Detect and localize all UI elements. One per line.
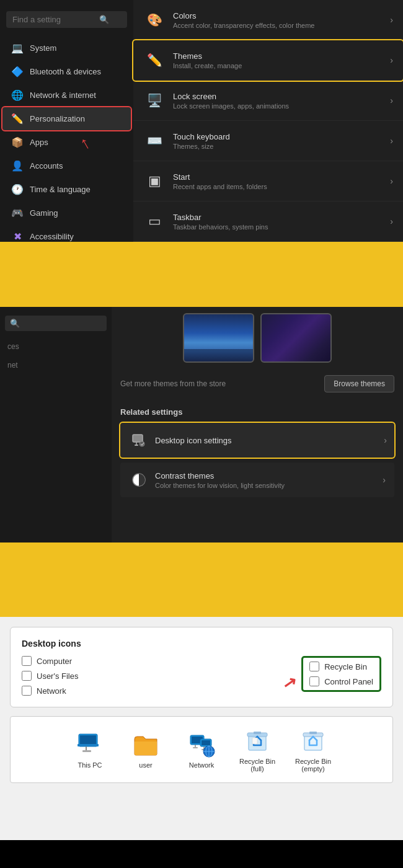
sidebar-item-label: Bluetooth & devices — [30, 67, 101, 76]
accounts-icon: 👤 — [11, 160, 24, 172]
sidebar-item-label: Accounts — [30, 161, 63, 170]
related-settings-label: Related settings — [120, 407, 394, 417]
computer-checkbox[interactable] — [22, 656, 32, 666]
chevron-right-icon: › — [390, 95, 393, 105]
desktop-icon-recycle-full: Recycle Bin(full) — [236, 727, 279, 773]
sidebar-partial-item-ces[interactable]: ces — [0, 337, 112, 356]
start-title: Start — [173, 172, 390, 182]
desktop-icon-thispc: This PC — [68, 730, 112, 769]
checkbox-item-network[interactable]: Network — [22, 686, 283, 696]
themes-desc: Install, create, manage — [173, 62, 390, 69]
svg-rect-20 — [254, 732, 261, 734]
settings-main-panel: 🎨 Colors Accent color, transparency effe… — [133, 0, 403, 242]
touchkeyboard-desc: Themes, size — [173, 143, 390, 150]
desktop-icon-settings-label: Desktop icon settings — [155, 436, 232, 445]
themes-section: 🔍 ces net Get more themes from the store… — [0, 307, 403, 542]
recycle-label: Recycle Bin — [324, 662, 367, 671]
sidebar-item-label: Apps — [30, 138, 48, 147]
contrast-themes-desc: Color themes for low vision, light sensi… — [155, 482, 383, 489]
thispc-icon — [76, 730, 104, 758]
yellow-separator-1 — [0, 242, 403, 307]
sidebar-item-gaming[interactable]: 🎮 Gaming — [2, 202, 131, 224]
svg-rect-5 — [80, 735, 96, 745]
sidebar-item-accounts[interactable]: 👤 Accounts — [2, 154, 131, 177]
theme-store-row: Get more themes from the store Browse th… — [120, 370, 394, 402]
theme-thumbnail-abstract[interactable] — [260, 313, 332, 363]
contrast-themes-item[interactable]: Contrast themes Color themes for low vis… — [120, 463, 394, 497]
chevron-right-icon: › — [390, 176, 393, 186]
desktop-icon-network: Network — [180, 730, 223, 769]
sidebar-partial-item-net[interactable]: net — [0, 356, 112, 374]
desktop-icon-user: user — [124, 730, 167, 769]
sidebar-item-label: Gaming — [30, 208, 58, 218]
usersfiles-label: User's Files — [37, 671, 79, 681]
desktop-icon-recycle-empty: Recycle Bin(empty) — [291, 727, 335, 773]
chevron-right-icon: › — [383, 475, 386, 485]
sidebar-item-bluetooth[interactable]: 🔷 Bluetooth & devices — [2, 60, 131, 83]
red-arrow-indicator-icon: ↗ — [281, 672, 298, 693]
settings-item-start[interactable]: ▣ Start Recent apps and items, folders › — [133, 161, 403, 202]
sidebar-item-time[interactable]: 🕐 Time & language — [2, 178, 131, 201]
themes-search-input[interactable] — [20, 319, 82, 328]
desktop-icons-section: Desktop icons Computer User's Files Netw… — [0, 617, 403, 840]
settings-search-box[interactable]: 🔍 — [6, 11, 127, 28]
desktop-icons-dialog: Desktop icons Computer User's Files Netw… — [10, 627, 393, 707]
recycle-bin-empty-icon — [299, 727, 327, 754]
network-checkbox[interactable] — [22, 686, 32, 696]
themes-grid — [120, 313, 394, 363]
settings-item-colors[interactable]: 🎨 Colors Accent color, transparency effe… — [133, 0, 403, 40]
dialog-title: Desktop icons — [22, 639, 381, 649]
desktop-icon-settings-item[interactable]: ↗ Desktop icon settings › — [120, 423, 394, 458]
search-icon: 🔍 — [10, 319, 20, 328]
usersfiles-checkbox[interactable] — [22, 671, 32, 681]
taskbar-icon: ▭ — [143, 210, 166, 232]
right-checkboxes: Recycle Bin Control Panel ↗ — [301, 656, 381, 696]
colors-icon: 🎨 — [143, 9, 166, 31]
recycle-checkbox[interactable] — [309, 662, 319, 671]
svg-rect-0 — [133, 435, 143, 442]
taskbar-desc: Taskbar behaviors, system pins — [173, 223, 390, 231]
network-label: Network — [189, 761, 214, 769]
sidebar-item-personalization[interactable]: ✏️ Personalization — [2, 107, 131, 130]
settings-item-touchkeyboard[interactable]: ⌨️ Touch keyboard Themes, size › — [133, 121, 403, 161]
chevron-right-icon: › — [390, 136, 393, 146]
personalization-icon: ✏️ — [11, 113, 24, 125]
theme-thumbnail-blue[interactable] — [183, 313, 254, 363]
sidebar-item-apps[interactable]: 📦 Apps — [2, 131, 131, 154]
themes-search-box[interactable]: 🔍 — [5, 316, 107, 331]
sidebar-item-label: Accessibility — [30, 232, 74, 241]
themes-main: Get more themes from the store Browse th… — [112, 307, 403, 542]
settings-sidebar: 🔍 💻 System 🔷 Bluetooth & devices 🌐 Netwo… — [0, 0, 133, 242]
computer-label: Computer — [37, 657, 72, 666]
checkbox-item-controlpanel[interactable]: Control Panel — [309, 676, 373, 686]
settings-item-lockscreen[interactable]: 🖥️ Lock screen Lock screen images, apps,… — [133, 81, 403, 121]
settings-item-themes[interactable]: ✏️ Themes Install, create, manage › ← — [133, 40, 403, 81]
themes-sidebar: 🔍 ces net — [0, 307, 112, 542]
svg-rect-12 — [202, 740, 210, 745]
desktop-icon-settings-icon — [129, 430, 149, 450]
touchkeyboard-title: Touch keyboard — [173, 132, 390, 141]
checkbox-item-recycle[interactable]: Recycle Bin — [309, 662, 373, 671]
controlpanel-checkbox[interactable] — [309, 676, 319, 686]
settings-section1: 🔍 💻 System 🔷 Bluetooth & devices 🌐 Netwo… — [0, 0, 403, 242]
checkbox-item-usersfiles[interactable]: User's Files — [22, 671, 283, 681]
thispc-label: This PC — [78, 761, 102, 769]
themes-icon: ✏️ — [143, 49, 166, 71]
sidebar-item-system[interactable]: 💻 System — [2, 37, 131, 60]
contrast-themes-title: Contrast themes — [155, 471, 383, 480]
recycle-bin-highlight-box: Recycle Bin Control Panel — [301, 656, 381, 692]
user-label: user — [139, 761, 152, 769]
sidebar-item-network[interactable]: 🌐 Network & internet — [2, 84, 131, 107]
settings-search-input[interactable] — [12, 15, 99, 24]
sidebar-item-accessibility[interactable]: ✖ Accessibility — [2, 225, 131, 242]
settings-item-taskbar[interactable]: ▭ Taskbar Taskbar behaviors, system pins… — [133, 202, 403, 242]
checkbox-item-computer[interactable]: Computer — [22, 656, 283, 666]
apps-icon: 📦 — [11, 136, 24, 148]
yellow-separator-2 — [0, 542, 403, 617]
user-folder-icon — [132, 730, 159, 758]
svg-rect-21 — [252, 738, 257, 744]
lockscreen-icon: 🖥️ — [143, 89, 166, 112]
colors-desc: Accent color, transparency effects, colo… — [173, 22, 390, 29]
time-icon: 🕐 — [11, 184, 24, 195]
browse-themes-button[interactable]: Browse themes — [324, 375, 394, 392]
